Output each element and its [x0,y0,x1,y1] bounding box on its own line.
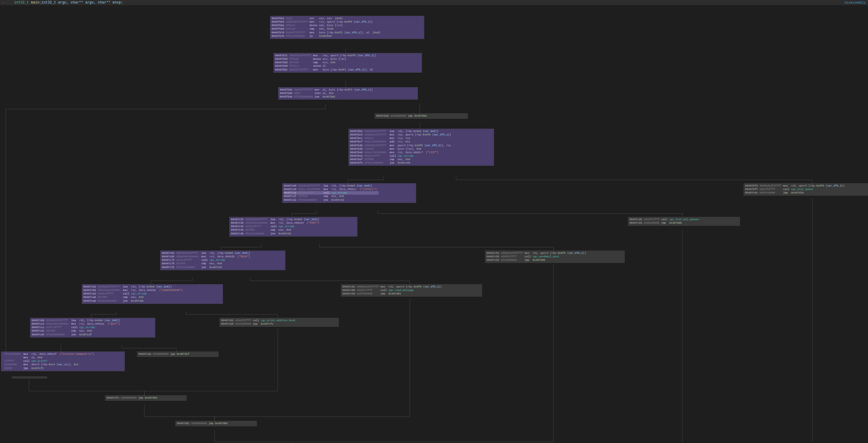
cfg-node[interactable]: 00407c51488bbd10f6ffffmovrdi, qword [rbp… [485,251,625,263]
asm-row[interactable]: 00407cb6e941000000jmp0x407cfc [221,322,297,326]
asm-row[interactable]: 00407c43e8f8cdffffcallcgc_strcmp [231,225,321,228]
asm-row[interactable]: 00407c88e833fcffffcallcgc_read_message [342,289,443,292]
asm-row[interactable]: 00407c62488dbd20f6ffffleardi, [rbp-0x9e0… [162,251,252,255]
asm-row[interactable]: 00407b7c488b8510f6ffffmovrax, qword [rbp… [275,54,378,58]
asm-row[interactable]: 00407ca3e898cdffffcallcgc_strcmp [83,292,184,296]
asm-row[interactable]: 00407d01e900000000jmp0x407d06 [177,422,229,425]
graph-canvas[interactable]: 00407b6131c0xoreax, eax {0x0}00407b63488… [0,5,868,443]
asm-row[interactable]: 00407b63488b8d10f6ffffmovrcx, qword [rbp… [272,20,382,24]
asm-row[interactable]: 00407cfce900000000jmp0x407d01 [106,396,159,400]
cfg-node[interactable]: 00407c09488dbd20f6ffffleardi, [rbp-0x9e0… [282,183,416,203]
asm-row[interactable]: 00407c4883f800cmpeax, 0x0 [231,228,321,232]
asm-row[interactable]: 00407beae851ceffffcallcgc_strcmp [350,154,453,158]
asm-row[interactable]: 00407c2de99b000000jmp0x407d0b [629,222,701,225]
cfg-node[interactable]: 00407c28e833fcffffcallcgc_list_all_queue… [628,217,740,226]
asm-row[interactable]: 00407bd648898d10f6ffffmovqword [rbp-0x9f… [350,144,453,147]
asm-row[interactable]: 00407c09488dbd20f6ffffleardi, [rbp-0x9e0… [284,184,378,188]
asm-row[interactable]: 00407c220f850a000000jne0x407c32 [284,198,378,202]
asm-row[interactable]: 00407c8de96f000000jmp0x407d01 [342,292,443,296]
asm-row[interactable]: 00407c6948bed902400000…movrsi, data_4002… [162,255,252,259]
asm-row[interactable]: 00407b9a0f8505000000jne0x407ba5 [280,95,375,99]
asm-row[interactable]: 00407b6a0fbe11movsxedx, byte [rcx] [272,24,382,27]
asm-row[interactable]: 00407c5de9a4000000jmp0x407d06 [487,259,588,262]
function-signature: int32_t main(int32_t argc, char** argv, … [6,0,123,9]
asm-row[interactable]: 00407cdae940000000jmp0x407d1f [138,352,191,356]
cfg-node[interactable]: bf02400000…movrdi, data_4002ef {"Invalid… [1,352,125,371]
asm-row[interactable]: 00407c73e8c8cdffffcallcgc_strcmp [162,259,252,262]
asm-listing: 00407bf8488bbd10f6ffffmovrdi, qword [rbp… [745,184,846,195]
cfg-node[interactable]: 00407b7c488b8510f6ffffmovrax, qword [rbp… [274,53,422,72]
asm-row[interactable]: 00407bcf4881c101000000addrcx, 0x1 [350,140,453,144]
cfg-node[interactable]: 00407bbe488dbd20f6ffffleardi, [rbp-0x9e0… [349,129,494,166]
asm-listing: 00407cfce900000000jmp0x407d01 [106,396,159,400]
asm-row[interactable]: 00407c1f83f800cmpeax, 0x0 [284,195,378,198]
asm-row[interactable]: 00407c9948bede02400000…movrsi, data_4002… [83,289,184,292]
asm-row[interactable]: 00407cd183f800cmpeax, 0x0 [32,329,122,333]
asm-row[interactable]: 00407c1ae821ceffffcallcgc_strcmp [284,191,378,195]
asm-row[interactable]: 00407c04e907010000jmp0x407d10 [745,191,846,195]
asm-row[interactable]: 00407c3948bed402400000…movrsi, data_4002… [231,222,321,225]
cfg-node[interactable]: 00407c32488dbd20f6ffffleardi, [rbp-0x9e0… [229,217,357,236]
asm-row[interactable]: 00407c7883f800cmpeax, 0x0 [162,262,252,266]
asm-row[interactable]: 00407bc5488b8510f6ffffmovrax, qword [rbp… [350,133,453,137]
asm-row[interactable]: 00407b830fbe08movsxecx, byte [rax] [275,58,378,61]
asm-row[interactable]: moval, 0x0 [3,356,96,360]
asm-row[interactable]: 00407ba0e919000000jmp0x407bbe [376,114,429,118]
asm-row[interactable]: 00407c92488dbd20f6ffffleardi, [rbp-0x9e0… [83,285,184,289]
asm-listing: 00407b7c488b8510f6ffffmovrax, qword [rbp… [275,54,378,72]
asm-row[interactable]: 00407c51488bbd10f6ffffmovrdi, qword [rbp… [487,251,588,255]
asm-row[interactable]: 00407b8683f900cmpecx, 0x0 [275,61,378,64]
cfg-node[interactable]: 00407cbb488dbd20f6ffffleardi, [rbp-0x9e0… [30,318,155,337]
asm-row[interactable]: 00407c4b0f8511000000jne0x407c62 [231,232,321,236]
asm-row[interactable]: 00407b8c88950ff6ffffmovbyte [rbp-0x9f1 {… [275,68,378,72]
asm-row[interactable]: 00407bf20f8511000000jne0x407c09 [350,161,453,165]
asm-row[interactable]: 00407b7088850ff6ffffmovbyte [rbp-0x9f1 {… [272,31,382,35]
asm-row[interactable]: 00407bef83f800cmpeax, 0x0 [350,158,453,161]
asm-row[interactable]: 00407cab0f850a000000jne0x407cbb [83,299,184,303]
asm-row[interactable]: 00407bddc60000movbyte [rax], 0x0 [350,147,453,151]
cfg-node[interactable] [12,377,47,378]
asm-row[interactable]: 00407c1048becc02400000…movrsi, data_4002… [284,188,378,191]
asm-row[interactable]: 00407bf8488bbd10f6ffffmovrdi, qword [rbp… [745,184,846,188]
asm-row[interactable]: bf02400000…movrdi, data_4002ef {"Invalid… [3,352,96,356]
cfg-node[interactable]: 00407cdae940000000jmp0x407d1f [137,352,218,357]
asm-row[interactable]: 00407b6131c0xoreax, eax {0x0} [272,17,382,20]
view-tab-disassembly[interactable]: Disassembly [844,1,866,4]
cfg-node[interactable]: 00407bf8488bbd10f6ffffmovrdi, qword [rbp… [744,183,868,196]
asm-row[interactable]: 00407be048bec702400000…movrsi, data_4002… [350,151,453,154]
cfg-node[interactable]: 00407ba0e919000000jmp0x407bbe [375,113,468,118]
asm-row[interactable]: 00407b890f95c2setnedl [275,64,378,68]
asm-listing: 00407c62488dbd20f6ffffleardi, [rbp-0x9e0… [162,251,252,269]
asm-row[interactable]: 00407b760f8416000000je0x407b92 [272,35,382,38]
asm-row[interactable]: cfffffcallcgc_printf [3,360,96,363]
asm-row[interactable]: 00407cd40f8505000000jne0x407cdf [32,333,122,337]
cfg-node[interactable]: 00407c92488dbd20f6ffffleardi, [rbp-0x9e0… [82,284,223,304]
asm-row[interactable]: 00407bbe488dbd20f6ffffleardi, [rbp-0x9e0… [350,130,453,133]
asm-row[interactable]: 00407b6d83fa20cmpedx, 0x20 [272,27,382,31]
cfg-node[interactable]: 00407b6131c0xoreax, eax {0x0}00407b63488… [270,16,424,39]
asm-row[interactable]: 01000000movdword [rbp-0x14 {var_1c}], 0x… [3,363,96,366]
asm-row[interactable]: 00407b98a801testal, 0x1 [280,92,375,95]
asm-row[interactable]: 00407cbb488dbd20f6ffffleardi, [rbp-0x9e0… [32,319,122,322]
asm-listing: 00407c28e833fcffffcallcgc_list_all_queue… [629,218,701,225]
asm-row[interactable]: 00407c58e883feffffcallcgc_sendmail_post [487,255,588,259]
asm-row[interactable]: 00407cb1e84afbffffcallcgc_print_address_… [221,319,297,322]
cfg-node[interactable]: 00407c62488dbd20f6ffffleardi, [rbp-0x9e0… [160,251,285,270]
cfg-node[interactable]: 00407c81488bbd10f6ffffmovrdi, qword [rbp… [341,284,482,297]
asm-row[interactable]: 00407bcc4889c1movrcx, rax [350,137,453,140]
cfg-node[interactable]: 00407cb1e84afbffffcallcgc_print_address_… [220,318,339,327]
asm-row[interactable]: 00407c28e833fcffffcallcgc_list_all_queue… [629,218,701,222]
asm-row[interactable]: 00407c7b0f8511000000jne0x407c92 [162,266,252,269]
asm-row[interactable]: 00000jmp0x407cfc [3,367,96,370]
nav-back-icon[interactable]: ← [2,1,4,4]
asm-row[interactable]: 00407ccce86fcdffffcallcgc_strcmp [32,326,122,329]
asm-row[interactable]: 00407c81488bbd10f6ffffmovrdi, qword [rbp… [342,285,443,289]
cfg-node[interactable]: 00407b928a850ff6ffffmoval, byte [rbp-0x9… [278,87,418,100]
asm-row[interactable]: 00407bffe80cfbffffcallcgc_list_queue [745,188,846,191]
asm-row[interactable]: 00407cc248beea02400000…movrsi, data_4002… [32,322,122,326]
asm-row[interactable]: 00407b928a850ff6ffffmoval, byte [rbp-0x9… [280,88,375,92]
asm-row[interactable]: 00407c32488dbd20f6ffffleardi, [rbp-0x9e0… [231,218,321,222]
cfg-node[interactable]: 00407cfce900000000jmp0x407d01 [105,396,186,401]
cfg-node[interactable]: 00407d01e900000000jmp0x407d06 [176,421,257,426]
asm-row[interactable]: 00407ca883f800cmpeax, 0x0 [83,296,184,299]
